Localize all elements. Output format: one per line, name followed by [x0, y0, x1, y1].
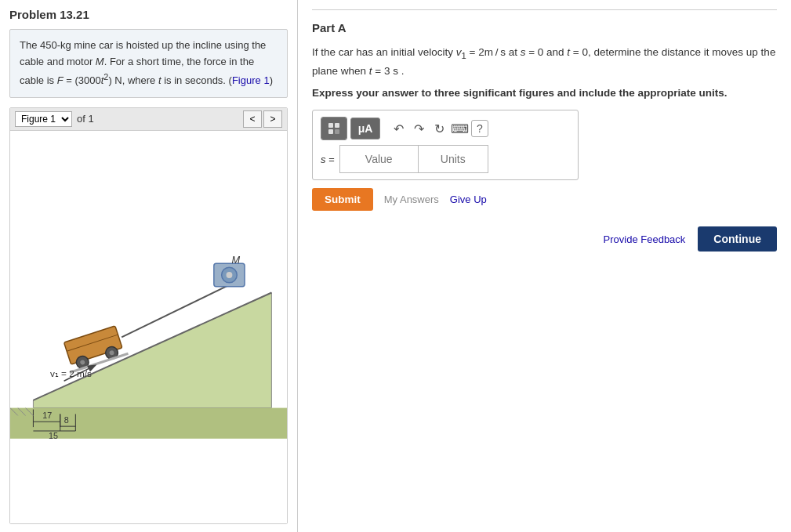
submit-button[interactable]: Submit	[312, 188, 373, 211]
left-panel: Problem 13.21 The 450-kg mine car is hoi…	[0, 0, 298, 532]
undo-icon[interactable]: ↶	[390, 121, 407, 136]
figure-prev-button[interactable]: <	[243, 110, 262, 128]
give-up-link[interactable]: Give Up	[450, 194, 487, 205]
figure-header: Figure 1 of 1 < >	[10, 108, 287, 131]
problem-description: The 450-kg mine car is hoisted up the in…	[9, 29, 288, 98]
svg-rect-27	[328, 129, 333, 134]
figure-next-button[interactable]: >	[263, 110, 282, 128]
figure-svg: M v₁ = 2 m/s 17 8	[10, 131, 287, 523]
answer-box: μΑ ↶ ↷ ↻ ⌨ ? s =	[312, 110, 579, 180]
svg-rect-25	[328, 123, 333, 128]
figure-content: M v₁ = 2 m/s 17 8	[10, 131, 287, 523]
provide-feedback-link[interactable]: Provide Feedback	[604, 233, 686, 245]
toolbar-btn-group	[321, 117, 347, 140]
my-answers-link[interactable]: My Answers	[384, 194, 439, 205]
input-row: s =	[321, 145, 570, 173]
express-instructions: Express your answer to three significant…	[312, 87, 777, 99]
part-label: Part A	[312, 21, 777, 34]
figure-panel: Figure 1 of 1 < >	[9, 107, 288, 524]
units-input[interactable]	[418, 145, 488, 173]
help-button[interactable]: ?	[471, 120, 488, 137]
keyboard-icon[interactable]: ⌨	[451, 121, 468, 136]
svg-rect-26	[335, 123, 339, 128]
refresh-icon[interactable]: ↻	[430, 121, 448, 136]
value-input[interactable]	[339, 145, 418, 173]
toolbar: μΑ ↶ ↷ ↻ ⌨ ?	[321, 117, 570, 140]
dim-8: 8	[64, 415, 69, 425]
svg-point-13	[227, 272, 233, 278]
m-label: M	[231, 254, 240, 266]
s-label: s =	[321, 154, 335, 165]
svg-rect-28	[335, 129, 339, 134]
figure-of-text: of 1	[77, 113, 94, 125]
action-row: Submit My Answers Give Up	[312, 188, 777, 211]
matrix-icon[interactable]	[321, 118, 347, 139]
description-text: The 450-kg mine car is hoisted up the in…	[20, 39, 273, 86]
continue-button[interactable]: Continue	[698, 226, 777, 252]
figure-nav-group: < >	[243, 110, 282, 128]
mu-button[interactable]: μΑ	[350, 118, 380, 139]
top-divider	[312, 9, 777, 10]
part-question: If the car has an initial velocity v1 = …	[312, 44, 777, 79]
problem-title: Problem 13.21	[9, 8, 288, 21]
v1-label: v₁ = 2 m/s	[50, 368, 92, 378]
dim-15: 15	[49, 431, 58, 440]
dim-17: 17	[42, 411, 52, 420]
bottom-right-actions: Provide Feedback Continue	[312, 226, 777, 252]
redo-icon[interactable]: ↷	[410, 121, 427, 136]
right-panel: Part A If the car has an initial velocit…	[298, 0, 791, 532]
figure-link[interactable]: Figure 1	[232, 74, 270, 86]
figure-select[interactable]: Figure 1	[15, 111, 72, 127]
